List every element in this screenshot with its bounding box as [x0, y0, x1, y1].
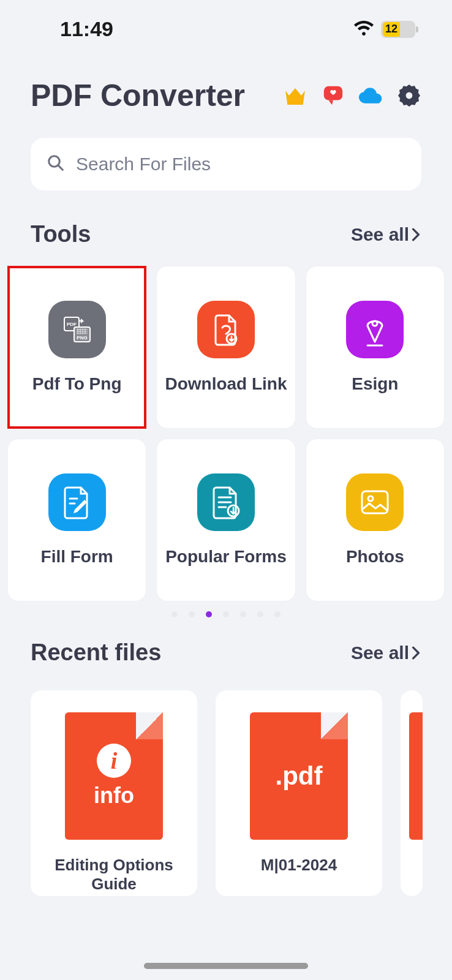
heart-chat-icon[interactable]: [321, 83, 345, 108]
tools-header: Tools See all: [0, 190, 452, 247]
svg-rect-0: [287, 102, 303, 105]
photos-icon: [346, 473, 404, 531]
recent-file-card-peek[interactable]: [401, 690, 423, 896]
page-dot: [189, 611, 195, 617]
file-thumbnail-info: i info: [65, 712, 163, 840]
recent-see-all[interactable]: See all: [351, 643, 421, 663]
file-thumbnail-pdf: .pdf: [250, 712, 348, 840]
tool-label: Photos: [346, 547, 404, 567]
header-actions: [283, 83, 421, 108]
tool-fill-form[interactable]: Fill Form: [7, 439, 146, 601]
recent-file-card[interactable]: .pdf M|01-2024: [216, 690, 382, 896]
page-dot-active: [206, 611, 212, 617]
recent-title: Recent files: [31, 639, 161, 666]
pagination-dots[interactable]: [0, 601, 452, 617]
status-bar: 11:49 12: [0, 0, 452, 41]
tool-label: Download Link: [165, 374, 287, 394]
recent-file-card[interactable]: i info Editing Options Guide: [31, 690, 197, 896]
svg-rect-25: [362, 491, 388, 513]
app-header: PDF Converter: [0, 41, 452, 113]
page-dot: [274, 611, 281, 617]
tool-label: Popular Forms: [165, 547, 287, 567]
svg-point-17: [372, 321, 377, 326]
cloud-icon[interactable]: [359, 83, 383, 108]
chevron-right-icon: [410, 228, 421, 241]
svg-line-4: [58, 165, 62, 170]
info-icon: i: [97, 744, 131, 778]
file-thumbnail-pdf: [409, 712, 423, 840]
tools-title: Tools: [31, 221, 91, 247]
search-placeholder: Search For Files: [76, 154, 211, 175]
wifi-icon: [354, 21, 374, 38]
page-dot: [240, 611, 246, 617]
chevron-right-icon: [410, 646, 421, 660]
battery-icon: 12: [381, 21, 415, 38]
tool-label: Pdf To Png: [32, 374, 122, 394]
crown-icon[interactable]: [283, 83, 307, 108]
tools-grid: PDFPNG Pdf To Png Download Link Esign Fi…: [0, 247, 452, 601]
esign-icon: [346, 301, 404, 358]
status-right: 12: [354, 21, 415, 38]
svg-text:PDF: PDF: [67, 322, 77, 327]
status-time: 11:49: [60, 17, 113, 41]
battery-level: 12: [383, 22, 400, 37]
tool-popular-forms[interactable]: Popular Forms: [156, 439, 295, 601]
file-name: M|01-2024: [261, 856, 337, 875]
tool-download-link[interactable]: Download Link: [156, 266, 295, 429]
tool-label: Esign: [352, 374, 398, 394]
file-name: Editing Options Guide: [37, 856, 191, 894]
page-dot: [257, 611, 263, 617]
tool-esign[interactable]: Esign: [306, 266, 445, 429]
search-icon: [47, 154, 65, 175]
svg-point-2: [406, 92, 413, 99]
svg-text:PNG: PNG: [77, 335, 87, 341]
page-dot: [171, 611, 178, 617]
svg-point-26: [368, 496, 373, 501]
page-dot: [223, 611, 229, 617]
popular-forms-icon: [197, 473, 255, 531]
tools-see-all[interactable]: See all: [351, 224, 421, 245]
download-link-icon: [197, 301, 255, 358]
tool-label: Fill Form: [41, 547, 113, 567]
tool-photos[interactable]: Photos: [306, 439, 445, 601]
tool-pdf-to-png[interactable]: PDFPNG Pdf To Png: [7, 266, 146, 429]
app-title: PDF Converter: [31, 78, 245, 113]
search-input[interactable]: Search For Files: [31, 138, 421, 190]
settings-gear-icon[interactable]: [397, 83, 421, 108]
home-indicator[interactable]: [144, 963, 308, 969]
recent-files-row[interactable]: i info Editing Options Guide .pdf M|01-2…: [0, 666, 452, 896]
fill-form-icon: [48, 473, 106, 531]
pdf-to-png-icon: PDFPNG: [48, 301, 106, 358]
recent-header: Recent files See all: [0, 617, 452, 666]
